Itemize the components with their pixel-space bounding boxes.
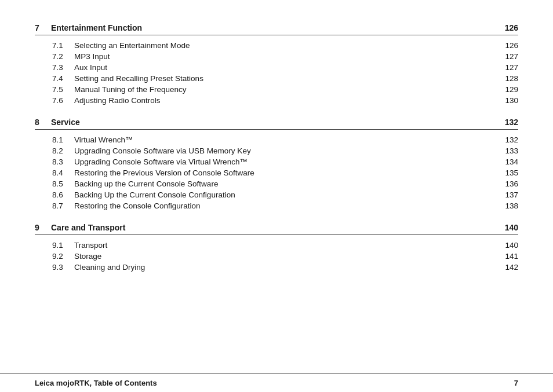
- subsection-list-9: 9.1Transport1409.2Storage1419.3Cleaning …: [35, 240, 518, 273]
- subsection-title-7.2: MP3 Input: [74, 52, 110, 61]
- subsection-number-8.4: 8.4: [52, 168, 68, 177]
- subsection-title-8.7: Restoring the Console Configuration: [74, 202, 201, 210]
- subsection-title-8.1: Virtual Wrench™: [74, 135, 133, 144]
- subsection-number-7.4: 7.4: [52, 74, 68, 83]
- subsection-number-8.2: 8.2: [52, 146, 68, 155]
- subsection-number-8.7: 8.7: [52, 202, 68, 210]
- subsection-number-7.6: 7.6: [52, 96, 68, 105]
- subsection-item-8.2: 8.2Upgrading Console Software via USB Me…: [52, 145, 518, 156]
- section-page-9: 140: [505, 223, 518, 232]
- subsection-page-7.2: 127: [505, 52, 518, 61]
- page: 7Entertainment Function1267.1Selecting a…: [0, 0, 553, 392]
- section-page-7: 126: [505, 23, 518, 32]
- subsection-item-7.2: 7.2MP3 Input127: [52, 51, 518, 62]
- subsection-item-9.2: 9.2Storage141: [52, 251, 518, 262]
- subsection-number-9.1: 9.1: [52, 241, 68, 250]
- subsection-list-8: 8.1Virtual Wrench™1328.2Upgrading Consol…: [35, 134, 518, 211]
- subsection-page-8.1: 132: [505, 135, 518, 144]
- subsection-number-7.3: 7.3: [52, 63, 68, 72]
- subsection-number-9.2: 9.2: [52, 252, 68, 261]
- subsection-page-8.3: 134: [505, 157, 518, 166]
- section-number-7: 7: [35, 23, 44, 32]
- subsection-title-9.1: Transport: [74, 241, 107, 250]
- section-header-7: 7Entertainment Function126: [35, 23, 518, 35]
- subsection-item-7.1: 7.1Selecting an Entertainment Mode126: [52, 40, 518, 51]
- subsection-item-7.6: 7.6Adjusting Radio Controls130: [52, 95, 518, 106]
- subsection-item-9.3: 9.3Cleaning and Drying142: [52, 262, 518, 273]
- subsection-page-8.2: 133: [505, 146, 518, 155]
- section-number-9: 9: [35, 223, 44, 232]
- section-page-8: 132: [505, 118, 518, 127]
- subsection-title-7.5: Manual Tuning of the Frequency: [74, 85, 187, 94]
- toc-section-9: 9Care and Transport1409.1Transport1409.2…: [35, 223, 518, 273]
- subsection-item-8.3: 8.3Upgrading Console Software via Virtua…: [52, 156, 518, 167]
- subsection-page-7.1: 126: [505, 41, 518, 50]
- subsection-title-7.3: Aux Input: [74, 63, 107, 72]
- section-header-9: 9Care and Transport140: [35, 223, 518, 235]
- toc-section-7: 7Entertainment Function1267.1Selecting a…: [35, 23, 518, 106]
- subsection-item-8.4: 8.4Restoring the Previous Version of Con…: [52, 167, 518, 178]
- footer-page: 7: [514, 379, 518, 387]
- subsection-item-8.6: 8.6Backing Up the Current Console Config…: [52, 189, 518, 200]
- subsection-number-7.2: 7.2: [52, 52, 68, 61]
- footer-title: Leica mojoRTK, Table of Contents: [35, 379, 157, 387]
- subsection-title-8.4: Restoring the Previous Version of Consol…: [74, 168, 254, 177]
- subsection-page-7.5: 129: [505, 85, 518, 94]
- subsection-title-7.6: Adjusting Radio Controls: [74, 96, 161, 105]
- section-title-7: Entertainment Function: [51, 23, 142, 32]
- subsection-page-9.2: 141: [505, 252, 518, 261]
- subsection-title-8.3: Upgrading Console Software via Virtual W…: [74, 157, 248, 166]
- subsection-page-9.1: 140: [505, 241, 518, 250]
- subsection-item-8.7: 8.7Restoring the Console Configuration13…: [52, 200, 518, 211]
- subsection-page-8.5: 136: [505, 179, 518, 188]
- subsection-item-8.5: 8.5Backing up the Current Console Softwa…: [52, 178, 518, 189]
- subsection-page-7.3: 127: [505, 63, 518, 72]
- subsection-title-8.6: Backing Up the Current Console Configura…: [74, 190, 235, 199]
- subsection-number-8.3: 8.3: [52, 157, 68, 166]
- subsection-number-7.5: 7.5: [52, 85, 68, 94]
- subsection-list-7: 7.1Selecting an Entertainment Mode1267.2…: [35, 40, 518, 106]
- section-title-9: Care and Transport: [51, 223, 125, 232]
- section-header-8: 8Service132: [35, 118, 518, 130]
- subsection-title-8.5: Backing up the Current Console Software: [74, 179, 218, 188]
- subsection-item-9.1: 9.1Transport140: [52, 240, 518, 251]
- subsection-item-7.3: 7.3Aux Input127: [52, 62, 518, 73]
- subsection-number-7.1: 7.1: [52, 41, 68, 50]
- subsection-number-8.1: 8.1: [52, 135, 68, 144]
- subsection-title-9.3: Cleaning and Drying: [74, 263, 145, 272]
- subsection-item-7.4: 7.4Setting and Recalling Preset Stations…: [52, 73, 518, 84]
- subsection-page-8.7: 138: [505, 202, 518, 210]
- footer: Leica mojoRTK, Table of Contents 7: [0, 373, 553, 392]
- section-number-8: 8: [35, 118, 44, 127]
- toc-section-8: 8Service1328.1Virtual Wrench™1328.2Upgra…: [35, 118, 518, 211]
- subsection-page-9.3: 142: [505, 263, 518, 272]
- subsection-item-8.1: 8.1Virtual Wrench™132: [52, 134, 518, 145]
- section-title-8: Service: [51, 118, 80, 127]
- subsection-item-7.5: 7.5Manual Tuning of the Frequency129: [52, 84, 518, 95]
- subsection-number-8.6: 8.6: [52, 190, 68, 199]
- subsection-number-8.5: 8.5: [52, 179, 68, 188]
- subsection-page-8.6: 137: [505, 190, 518, 199]
- subsection-title-9.2: Storage: [74, 252, 101, 261]
- subsection-title-7.1: Selecting an Entertainment Mode: [74, 41, 190, 50]
- subsection-page-8.4: 135: [505, 168, 518, 177]
- subsection-page-7.6: 130: [505, 96, 518, 105]
- subsection-title-7.4: Setting and Recalling Preset Stations: [74, 74, 203, 83]
- toc-content: 7Entertainment Function1267.1Selecting a…: [0, 0, 553, 373]
- subsection-title-8.2: Upgrading Console Software via USB Memor…: [74, 146, 251, 155]
- subsection-page-7.4: 128: [505, 74, 518, 83]
- subsection-number-9.3: 9.3: [52, 263, 68, 272]
